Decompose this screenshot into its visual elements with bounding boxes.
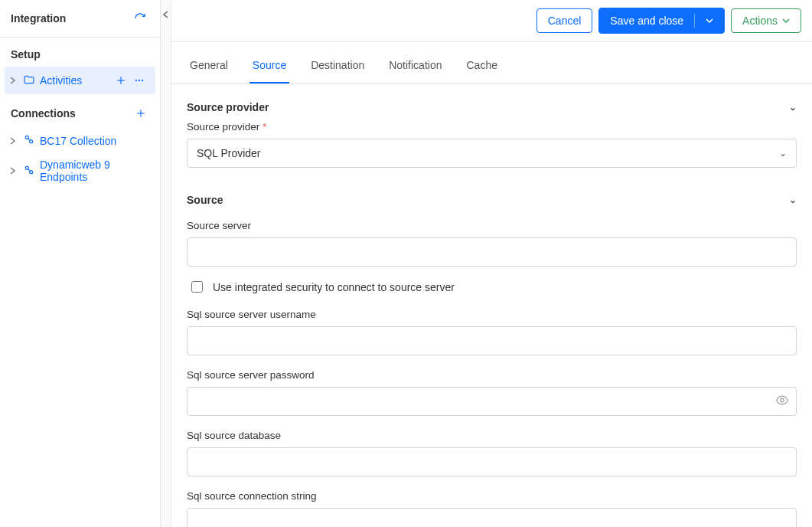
actions-label: Actions — [742, 15, 778, 27]
section-source[interactable]: Source ⌄ — [187, 194, 797, 206]
sql-password-input[interactable] — [187, 387, 797, 416]
sidebar-item-activities[interactable]: Activities — [5, 67, 155, 94]
sidebar-item-bc17[interactable]: BC17 Collection — [0, 128, 160, 153]
sql-database-input[interactable] — [187, 447, 797, 476]
refresh-icon — [134, 12, 146, 25]
sql-username-label: Sql source server username — [187, 309, 797, 320]
sidebar-title: Integration — [11, 12, 66, 25]
sidebar-item-label: Dynamicweb 9 Endpoints — [40, 159, 152, 183]
save-and-close-button[interactable]: Save and close — [598, 8, 725, 34]
tab-source[interactable]: Source — [249, 48, 289, 83]
sidebar: Integration Setup Activities — [0, 0, 161, 527]
cancel-button[interactable]: Cancel — [536, 8, 593, 33]
save-close-label: Save and close — [610, 15, 683, 27]
connections-section-title: Connections — [0, 94, 160, 128]
sidebar-item-label: Activities — [40, 74, 108, 87]
refresh-button[interactable] — [131, 9, 149, 28]
caret-down-icon — [706, 18, 713, 23]
add-activity-button[interactable] — [113, 72, 129, 89]
section-source-label: Source — [187, 194, 223, 206]
svg-point-11 — [781, 398, 784, 402]
eye-icon[interactable] — [775, 394, 789, 410]
setup-section-label: Setup — [11, 48, 41, 61]
integrated-security-checkbox[interactable] — [191, 281, 203, 293]
sidebar-header: Integration — [0, 0, 160, 38]
svg-point-2 — [135, 80, 137, 81]
sidebar-item-dw9[interactable]: Dynamicweb 9 Endpoints — [0, 153, 160, 188]
chevron-down-icon: ⌄ — [789, 195, 797, 205]
source-provider-field-label: Source provider* — [187, 121, 797, 133]
connections-section-label: Connections — [11, 107, 76, 119]
tab-destination[interactable]: Destination — [308, 48, 367, 83]
sql-database-label: Sql source database — [187, 430, 797, 441]
tabs: General Source Destination Notification … — [171, 48, 812, 84]
chevron-right-icon — [8, 137, 18, 145]
setup-section-title: Setup — [0, 38, 160, 67]
content: Source provider ⌄ Source provider* SQL P… — [171, 84, 812, 527]
split-divider — [694, 14, 695, 28]
chevron-right-icon — [8, 77, 18, 84]
main: Cancel Save and close Actions General So… — [171, 0, 812, 527]
svg-point-4 — [142, 80, 143, 81]
folder-icon — [23, 74, 35, 88]
source-provider-value: SQL Provider — [197, 147, 261, 159]
integrated-security-checkbox-row[interactable]: Use integrated security to connect to so… — [188, 279, 797, 295]
more-icon — [134, 75, 145, 86]
plus-icon — [135, 108, 146, 119]
chevron-right-icon — [8, 167, 18, 175]
source-server-label: Source server — [187, 220, 797, 231]
tab-notification[interactable]: Notification — [386, 48, 445, 83]
more-activities-button[interactable] — [131, 72, 148, 89]
connection-icon — [23, 164, 35, 178]
connection-icon — [23, 133, 35, 148]
chevron-down-icon: ⌄ — [789, 102, 797, 113]
section-source-provider-label: Source provider — [187, 101, 269, 113]
chevron-down-icon: ⌄ — [779, 148, 787, 159]
topbar: Cancel Save and close Actions — [171, 0, 812, 42]
add-connection-button[interactable] — [132, 105, 149, 122]
sql-connstr-label: Sql source connection string — [187, 490, 797, 502]
sql-connstr-input[interactable] — [187, 508, 797, 527]
tab-cache[interactable]: Cache — [463, 48, 500, 83]
integrated-security-label: Use integrated security to connect to so… — [213, 281, 455, 293]
source-server-input[interactable] — [187, 237, 797, 267]
tab-general[interactable]: General — [187, 48, 231, 83]
caret-down-icon — [782, 18, 790, 23]
chevron-left-icon — [163, 11, 169, 18]
sidebar-collapse-handle[interactable] — [161, 0, 171, 527]
sql-username-input[interactable] — [187, 326, 797, 355]
section-source-provider[interactable]: Source provider ⌄ — [187, 101, 797, 113]
svg-point-3 — [139, 80, 140, 81]
source-provider-select[interactable]: SQL Provider ⌄ — [187, 139, 797, 168]
sql-password-label: Sql source server password — [187, 369, 797, 381]
sidebar-item-label: BC17 Collection — [40, 135, 152, 147]
plus-icon — [116, 75, 126, 86]
actions-button[interactable]: Actions — [731, 8, 801, 33]
